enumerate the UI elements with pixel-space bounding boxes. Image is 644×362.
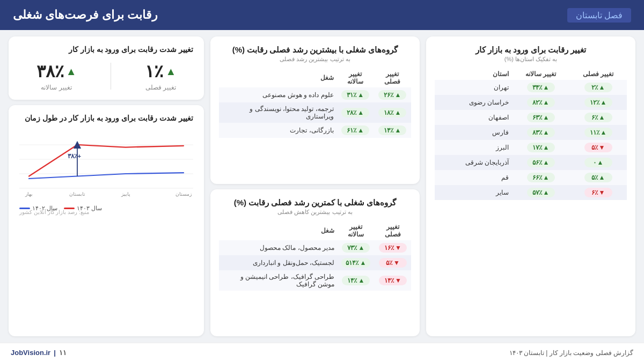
- legend-1403-line: [64, 208, 75, 209]
- yearly-badge: ▲ ۶۶٪: [527, 173, 555, 182]
- seasonal-cell: ▲ ۲۶٪: [374, 87, 411, 102]
- seasonal-metric: ▲ ۱٪ تغییر فصلی: [145, 61, 176, 91]
- seasonal-badge: ▼ ۶٪: [584, 188, 612, 197]
- seasonal-cell: ▲ ۶٪: [569, 110, 627, 125]
- yearly-cell: ▲ ۵۱۴٪: [338, 255, 375, 270]
- col-seasonal-header: تغییر فصلی: [569, 68, 627, 80]
- legend-1403: سال ۱۴۰۳: [64, 205, 102, 212]
- legend-1403-label: سال ۱۴۰۳: [77, 205, 102, 212]
- seasonal-cell: ▲ ۱۲٪: [569, 95, 627, 110]
- provinces-table: تغییر فصلی تغییر سالانه استان ▲ ۲٪ ▲ ۳۴٪: [435, 68, 627, 200]
- table-row: ▲ ۱۲٪ ▲ ۸۲٪ خراسان رضوی: [435, 95, 627, 110]
- left-card-title: تغییر رقابت برای ورود به بازار کار: [435, 45, 627, 55]
- seasonal-cell: ▼ ۵٪: [569, 140, 627, 155]
- yearly-arrow-icon: ▲: [66, 65, 77, 78]
- yearly-badge: ▲ ۲۸٪: [341, 108, 369, 117]
- yearly-badge: ▲ ۳۱٪: [341, 90, 369, 100]
- main-content: تغییر رقابت برای ورود به بازار کار به تف…: [0, 30, 644, 343]
- bottom-jobs-table: تغییر فصلی تغییر سالانه شغل ▼ ۱۶٪ ▲ ۷۳٪: [219, 221, 411, 291]
- metric-divider: [111, 63, 111, 90]
- header-season: فصل تابستان: [567, 8, 631, 23]
- chart-legend: سال ۱۴۰۳ سال ۱۴۰۲: [19, 205, 193, 212]
- footer-brand-area: ۱۱ | JobVision.ir: [11, 349, 67, 357]
- top-jobs-table: تغییر فصلی تغییر سالانه شغل ▲ ۲۶٪ ▲ ۳۱٪: [219, 68, 411, 138]
- yearly-cell: ▲ ۷۳٪: [338, 240, 375, 255]
- svg-text:زمستان: زمستان: [175, 191, 192, 197]
- yearly-badge: ▲ ۷۳٪: [342, 243, 370, 253]
- province-cell: آذربایجان شرقی: [435, 155, 512, 170]
- footer-brand-name: JobVision.ir: [11, 349, 50, 357]
- seasonal-badge: ▲ ۱۱٪: [584, 128, 612, 137]
- yearly-cell: ▲ ۲۸٪: [337, 102, 374, 123]
- top-col-yearly: تغییر سالانه: [337, 68, 374, 87]
- yearly-label: تغییر سالانه: [36, 84, 77, 91]
- left-card: تغییر رقابت برای ورود به بازار کار به تف…: [426, 36, 635, 336]
- seasonal-badge: ▲ ۲٪: [584, 83, 612, 92]
- yearly-badge: ▲ ۶۱٪: [341, 125, 369, 135]
- seasonal-value: ▲ ۱٪: [145, 61, 176, 82]
- svg-text:پاییز: پاییز: [121, 191, 130, 197]
- seasonal-cell: ▲ ۰: [569, 155, 627, 170]
- chart-area: +۳۸٪ بهار تابستان پاییز زمستان سال ۱۴۰۳ …: [19, 127, 193, 207]
- metric-card-title: تغییر شدت رقابت برای ورود به بازار کار: [19, 45, 193, 54]
- province-cell: اصفهان: [435, 110, 512, 125]
- seasonal-cell: ▼ ۱۶٪: [375, 240, 411, 255]
- legend-1402-line: [19, 208, 30, 209]
- left-card-subtitle: به تفکیک استان‌ها (%): [435, 56, 627, 63]
- col-yearly-header: تغییر سالانه: [512, 68, 569, 80]
- line-chart: +۳۸٪ بهار تابستان پاییز زمستان: [19, 127, 193, 202]
- bottom-jobs-title: گروه‌های شغلی با کمترین رشد فصلی رقابت (…: [219, 198, 411, 208]
- bottom-jobs-subtitle: به ترتیب بیشترین کاهش فصلی: [219, 209, 411, 216]
- legend-1402-label: سال ۱۴۰۲: [32, 205, 57, 212]
- seasonal-badge: ▲ ۶٪: [584, 113, 612, 122]
- table-row: ▲ ۲۶٪ ▲ ۳۱٪ علوم داده و هوش مصنوعی: [219, 87, 411, 102]
- seasonal-cell: ▲ ۱۸٪: [374, 102, 411, 123]
- yearly-metric: ▲ ۳۸٪ تغییر سالانه: [36, 61, 77, 91]
- province-cell: خراسان رضوی: [435, 95, 512, 110]
- footer: گزارش فصلی وضعیت بازار کار | تابستان ۱۴۰…: [0, 343, 644, 362]
- svg-text:بهار: بهار: [25, 191, 33, 197]
- yearly-badge: ▲ ۵۷٪: [527, 188, 555, 197]
- job-cell: ترجمه، تولید محتوا، نویسندگی و ویراستاری: [219, 102, 337, 123]
- job-cell: لجستیک، حمل‌ونقل و انبارداری: [219, 255, 338, 270]
- table-row: ▼ ۱۶٪ ▲ ۷۳٪ مدیر محصول، مالک محصول: [219, 240, 411, 255]
- job-cell: طراحی گرافیک، طراحی انیمیشن و موشن گرافی…: [219, 270, 338, 291]
- top-jobs-card: گروه‌های شغلی با بیشترین رشد فصلی رقابت …: [210, 36, 420, 184]
- seasonal-badge: ▲ ۵٪: [584, 173, 612, 182]
- yearly-cell: ▲ ۱۷٪: [512, 140, 569, 155]
- yearly-cell: ▲ ۳۱٪: [337, 87, 374, 102]
- yearly-cell: ▲ ۵۶٪: [512, 155, 569, 170]
- seasonal-badge: ▼ ۱۴٪: [379, 276, 407, 285]
- yearly-badge: ▲ ۶۳٪: [527, 113, 555, 122]
- top-col-job: شغل: [219, 68, 337, 87]
- province-cell: تهران: [435, 80, 512, 95]
- table-row: ▲ ۶٪ ▲ ۶۳٪ اصفهان: [435, 110, 627, 125]
- province-cell: فارس: [435, 125, 512, 140]
- yearly-badge: ▲ ۵۶٪: [527, 158, 555, 167]
- table-row: ▲ ۱۱٪ ▲ ۸۳٪ فارس: [435, 125, 627, 140]
- yearly-cell: ▲ ۵۷٪: [512, 185, 569, 200]
- footer-report: گزارش فصلی وضعیت بازار کار | تابستان ۱۴۰…: [509, 349, 633, 357]
- table-row: ▲ ۰ ▲ ۵۶٪ آذربایجان شرقی: [435, 155, 627, 170]
- top-jobs-subtitle: به ترتیب بیشترین رشد فصلی: [219, 56, 411, 63]
- bot-col-job: شغل: [219, 221, 338, 240]
- seasonal-cell: ▲ ۱۱٪: [569, 125, 627, 140]
- table-row: ▲ ۱۴٪ ▲ ۶۱٪ بازرگانی، تجارت: [219, 123, 411, 138]
- yearly-cell: ▲ ۶۱٪: [337, 123, 374, 138]
- yearly-badge: ▲ ۳۴٪: [527, 83, 555, 92]
- yearly-badge: ▲ ۸۲٪: [527, 98, 555, 107]
- bot-col-seasonal: تغییر فصلی: [375, 221, 411, 240]
- table-row: ▼ ۶٪ ▲ ۵۷٪ سایر: [435, 185, 627, 200]
- seasonal-cell: ▲ ۱۴٪: [374, 123, 411, 138]
- seasonal-cell: ▲ ۵٪: [569, 170, 627, 185]
- province-cell: البرز: [435, 140, 512, 155]
- header-title: رقابت برای فرصت‌های شغلی: [13, 8, 158, 22]
- yearly-badge: ▲ ۱۷٪: [527, 143, 555, 152]
- seasonal-cell: ▼ ۱۴٪: [375, 270, 411, 291]
- province-cell: قم: [435, 170, 512, 185]
- seasonal-cell: ▲ ۲٪: [569, 80, 627, 95]
- seasonal-number: ۱٪: [145, 61, 163, 82]
- table-row: ▲ ۲٪ ▲ ۳۴٪ تهران: [435, 80, 627, 95]
- table-row: ▼ ۱۴٪ ▲ ۱۴٪ طراحی گرافیک، طراحی انیمیشن …: [219, 270, 411, 291]
- seasonal-arrow-icon: ▲: [165, 65, 176, 78]
